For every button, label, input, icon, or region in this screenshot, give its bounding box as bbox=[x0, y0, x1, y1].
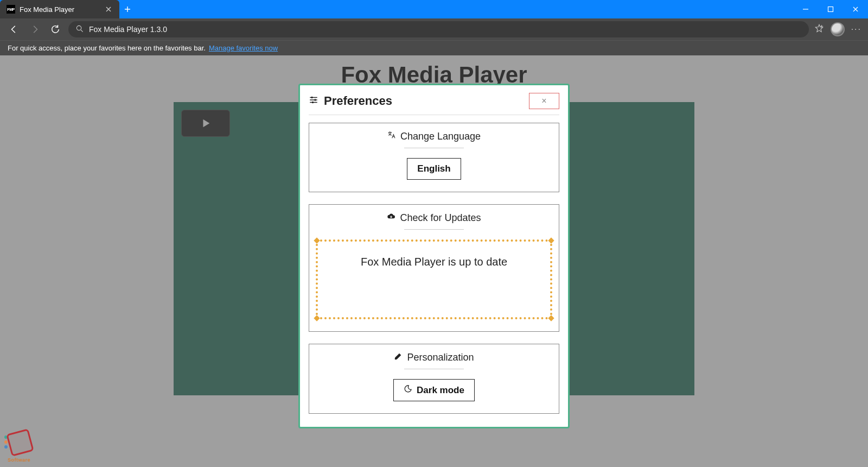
section-updates: Check for Updates Fox Media Player is up… bbox=[309, 204, 559, 332]
window-close-button[interactable] bbox=[843, 0, 868, 18]
vendor-watermark-text: Software bbox=[8, 457, 30, 463]
language-select-button[interactable]: English bbox=[407, 158, 461, 180]
nav-back-button[interactable] bbox=[7, 22, 22, 37]
page-viewport: Fox Media Player F Preferences × bbox=[0, 55, 868, 467]
search-icon bbox=[76, 25, 84, 34]
window-maximize-button[interactable] bbox=[818, 0, 843, 18]
nav-refresh-button[interactable] bbox=[48, 22, 63, 37]
modal-title: Preferences bbox=[324, 94, 392, 108]
new-tab-button[interactable] bbox=[119, 0, 136, 18]
brush-icon bbox=[394, 352, 403, 363]
address-text: Fox Media Player 1.3.0 bbox=[89, 25, 167, 34]
svg-point-2 bbox=[311, 97, 312, 98]
nav-forward-button[interactable] bbox=[27, 22, 42, 37]
svg-rect-0 bbox=[828, 7, 833, 12]
update-status-box: Fox Media Player is up to date bbox=[316, 239, 552, 319]
tab-favicon: FMP bbox=[7, 5, 15, 14]
profile-avatar[interactable] bbox=[831, 22, 845, 36]
section-personalization: Personalization Dark mode bbox=[309, 344, 559, 414]
vendor-watermark: Software bbox=[4, 429, 38, 463]
sliders-icon bbox=[309, 94, 318, 108]
favorites-button[interactable] bbox=[814, 23, 824, 35]
section-language-title: Change Language bbox=[400, 131, 481, 142]
svg-point-4 bbox=[312, 102, 314, 103]
favorites-hint: For quick access, place your favorites h… bbox=[8, 44, 206, 52]
tab-title: Fox Media Player bbox=[20, 5, 100, 14]
window-minimize-button[interactable] bbox=[793, 0, 818, 18]
browser-titlebar: FMP Fox Media Player bbox=[0, 0, 868, 18]
section-updates-title: Check for Updates bbox=[400, 212, 481, 224]
browser-tab[interactable]: FMP Fox Media Player bbox=[0, 0, 119, 18]
modal-close-button[interactable]: × bbox=[529, 93, 559, 109]
tab-close-button[interactable] bbox=[104, 5, 113, 14]
moon-icon bbox=[404, 384, 412, 396]
cloud-download-icon bbox=[387, 212, 395, 224]
manage-favorites-link[interactable]: Manage favorites now bbox=[209, 44, 278, 52]
favorites-bar: For quick access, place your favorites h… bbox=[0, 40, 868, 55]
svg-point-3 bbox=[314, 99, 316, 100]
svg-point-1 bbox=[76, 26, 81, 30]
update-status-text: Fox Media Player is up to date bbox=[361, 256, 507, 268]
window-controls bbox=[793, 0, 868, 18]
browser-toolbar: Fox Media Player 1.3.0 ··· bbox=[0, 18, 868, 40]
address-bar[interactable]: Fox Media Player 1.3.0 bbox=[68, 21, 809, 37]
more-menu-button[interactable]: ··· bbox=[851, 24, 861, 34]
dark-mode-label: Dark mode bbox=[417, 385, 464, 396]
translate-icon bbox=[387, 131, 396, 142]
section-personalization-title: Personalization bbox=[407, 352, 474, 363]
dark-mode-button[interactable]: Dark mode bbox=[393, 379, 475, 401]
preferences-modal: Preferences × Change Language English bbox=[298, 84, 570, 428]
section-language: Change Language English bbox=[309, 123, 559, 192]
